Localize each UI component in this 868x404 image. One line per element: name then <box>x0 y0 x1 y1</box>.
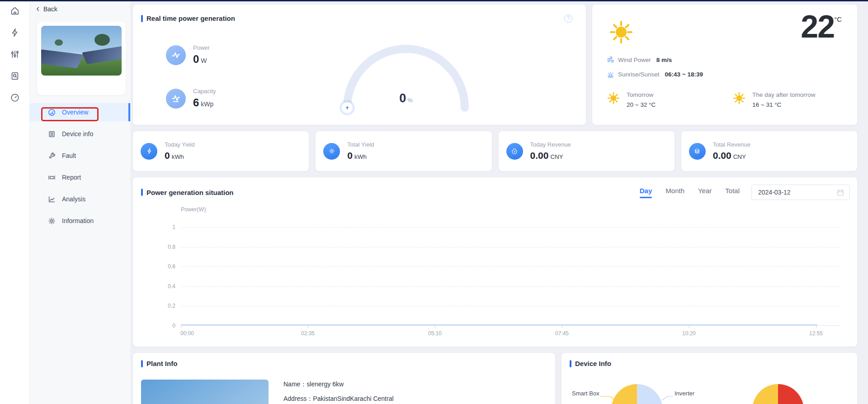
gauge-marker-icon <box>341 102 353 114</box>
sun-icon <box>607 91 620 105</box>
device-status-pie <box>752 384 804 404</box>
home-icon[interactable] <box>0 0 30 22</box>
plant-address-field: Address：PakistanSindKarachi Central <box>283 395 394 403</box>
device-count-pie <box>611 384 663 404</box>
sidebar-item-fault[interactable]: Fault <box>30 147 130 165</box>
today-yield-card: Today Yield 0kWh <box>133 131 309 171</box>
today-revenue-card: $ Today Revenue 0.00CNY <box>499 131 675 171</box>
sidebar-item-device-info[interactable]: Device info <box>30 125 130 143</box>
tab-month[interactable]: Month <box>665 187 684 198</box>
date-picker[interactable]: 2024-03-12 <box>751 185 850 200</box>
sun-icon <box>732 91 746 105</box>
plant-info-photo <box>141 380 269 404</box>
pie-label-smartbox: Smart Box <box>572 390 599 397</box>
chart-title: Power generation situation <box>146 189 234 196</box>
sunrise-row: Sunrise/Sunset06:43 ~ 18:39 <box>607 71 703 78</box>
power-generation-card: Power generation situation Day Month Yea… <box>133 177 857 347</box>
total-revenue-card: Total Revenue 0.00CNY <box>681 131 857 171</box>
forecast-day-after: The day after tomorrow16 ~ 31 °C <box>732 91 816 108</box>
tab-year[interactable]: Year <box>698 187 712 198</box>
tab-day[interactable]: Day <box>640 187 652 198</box>
main-content: Real time power generation ? Power 0W Ca… <box>130 0 868 404</box>
device-info-card: Device Info Smart Box Inverter <box>561 353 857 404</box>
plant-info-card: Plant Info Name：slenergy 6kw Address：Pak… <box>133 353 555 404</box>
window-top-edge <box>0 0 868 1</box>
forecast-tomorrow: Tomorrow20 ~ 32 °C <box>607 91 656 108</box>
power-metric: Power 0W <box>166 44 210 66</box>
analysis-icon <box>48 195 56 203</box>
tab-total[interactable]: Total <box>725 187 740 198</box>
weather-card: 22°C Wind Power8 m/s Sunrise/Sunset06:43… <box>592 5 857 125</box>
x-axis-line <box>181 325 841 326</box>
plant-card: slenergy 6kw <box>37 22 126 95</box>
sun-badge-icon <box>323 143 340 160</box>
plant-name-field: Name：slenergy 6kw <box>283 380 344 389</box>
report-search-icon[interactable] <box>0 65 30 87</box>
money-bag-icon: $ <box>506 143 523 160</box>
sunrise-icon <box>607 71 614 78</box>
plant-photo <box>41 26 122 76</box>
power-series-line <box>181 324 817 325</box>
current-temperature: 22°C <box>801 11 842 43</box>
chart-tabs: Day Month Year Total <box>640 187 740 198</box>
fault-wrench-icon <box>48 152 56 160</box>
sidebar-item-overview[interactable]: Overview <box>30 103 130 121</box>
wind-icon <box>607 56 614 64</box>
device-info-icon <box>48 130 56 138</box>
dashboard-icon[interactable] <box>0 87 30 109</box>
y-axis-label: Power(W) <box>181 206 206 213</box>
overview-icon <box>48 109 56 116</box>
sidebar-menu: Overview Device info Fault Report Analys… <box>30 103 130 233</box>
power-plot: 1 0.8 0.6 0.4 0.2 0 00:00 02:35 05:10 07… <box>181 227 841 326</box>
energy-icon[interactable] <box>0 22 30 43</box>
sidebar-item-information[interactable]: Information <box>30 212 130 230</box>
wind-row: Wind Power8 m/s <box>607 56 672 64</box>
help-icon[interactable]: ? <box>564 14 572 23</box>
pie-leader-lines <box>561 384 857 404</box>
sliders-icon[interactable] <box>0 43 30 65</box>
pie-label-inverter: Inverter <box>675 390 694 397</box>
realtime-title: Real time power generation <box>146 14 235 22</box>
sun-icon <box>608 19 634 45</box>
realtime-power-card: Real time power generation ? Power 0W Ca… <box>133 5 586 125</box>
coins-icon <box>689 143 706 160</box>
back-button[interactable]: Back <box>30 0 130 13</box>
icon-rail <box>0 0 30 404</box>
sidebar: Back slenergy 6kw Overview Device info <box>30 0 130 404</box>
date-value: 2024-03-12 <box>758 189 791 196</box>
svg-text:$: $ <box>514 150 515 153</box>
report-icon <box>48 174 56 181</box>
information-gear-icon <box>48 217 56 225</box>
bolt-icon <box>141 143 157 160</box>
gauge-value: 0% <box>379 91 433 105</box>
back-label: Back <box>43 5 57 13</box>
total-yield-card: Total Yield 0kWh <box>316 131 491 171</box>
capacity-pulse-icon <box>166 89 186 109</box>
sidebar-item-report[interactable]: Report <box>30 168 130 186</box>
device-info-title: Device Info <box>575 360 611 367</box>
power-pulse-icon <box>166 45 186 65</box>
solar-dashboard: Back slenergy 6kw Overview Device info <box>0 0 868 404</box>
chevron-left-icon <box>35 6 41 12</box>
calendar-icon <box>837 189 844 196</box>
capacity-metric: Capacity 6kWp <box>166 88 216 109</box>
plant-info-title: Plant Info <box>146 360 177 367</box>
sidebar-item-analysis[interactable]: Analysis <box>30 190 130 208</box>
